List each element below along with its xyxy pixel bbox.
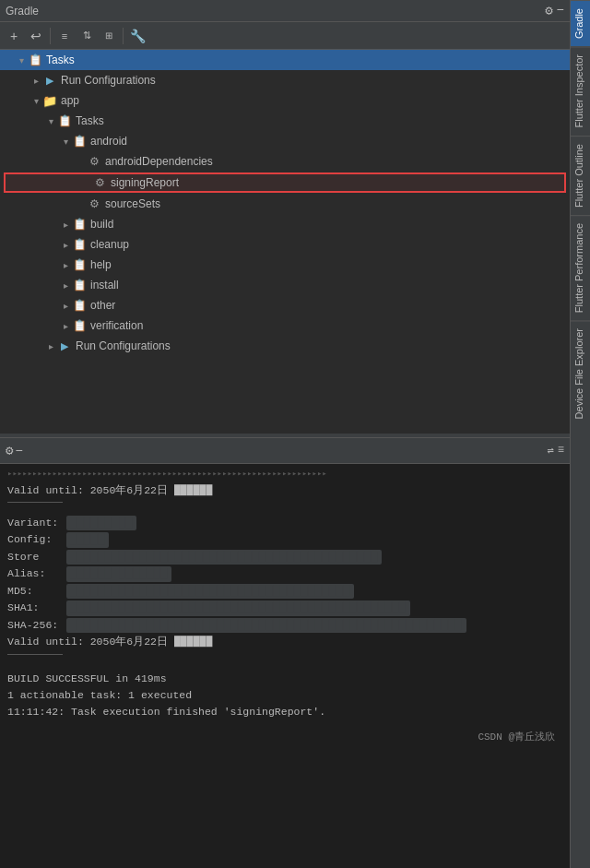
sha256-line: SHA-256: ███████████████████████████████… bbox=[7, 617, 562, 634]
valid-until-line-2: Valid until: 2050年6月22日 ██████ bbox=[7, 634, 562, 649]
terminal-titlebar: ⚙ − ⇌ ≡ bbox=[0, 438, 570, 464]
refresh-button[interactable]: ↩ bbox=[26, 26, 46, 46]
icon-android: 📋 bbox=[72, 134, 87, 149]
sidebar-tab-flutter-outline[interactable]: Flutter Outline bbox=[571, 136, 590, 215]
variant-line: Variant: ██████ ██ bbox=[7, 515, 562, 531]
arrow-other: ▸ bbox=[59, 301, 72, 311]
label-android-deps: androidDependencies bbox=[105, 155, 566, 168]
minimize-icon[interactable]: − bbox=[557, 3, 564, 18]
tree-node-source-sets[interactable]: ⚙ sourceSets bbox=[0, 194, 570, 214]
hr-separator-1 bbox=[7, 502, 63, 503]
icon-source-sets: ⚙ bbox=[87, 196, 101, 211]
terminal-filter-icon[interactable]: ⇌ bbox=[548, 444, 554, 458]
icon-help: 📋 bbox=[72, 257, 87, 272]
label-other: other bbox=[90, 299, 566, 312]
icon-tasks-root: 📋 bbox=[28, 53, 42, 67]
label-help: help bbox=[90, 258, 566, 271]
actionable-line: 1 actionable task: 1 executed bbox=[7, 687, 562, 703]
tree-node-android[interactable]: ▾ 📋 android bbox=[0, 131, 570, 151]
sidebar-tab-gradle[interactable]: Gradle bbox=[571, 0, 590, 46]
terminal-minimize-icon[interactable]: − bbox=[15, 444, 22, 458]
titlebar-icons: ⚙ − bbox=[545, 3, 564, 18]
separator-2 bbox=[123, 28, 124, 44]
arrow-tasks-root: ▾ bbox=[15, 55, 28, 65]
label-run-configs-1: Run Configurations bbox=[61, 74, 566, 87]
scroll-line: ▸▸▸▸▸▸▸▸▸▸▸▸▸▸▸▸▸▸▸▸▸▸▸▸▸▸▸▸▸▸▸▸▸▸▸▸▸▸▸▸… bbox=[7, 469, 562, 482]
icon-signing-report: ⚙ bbox=[92, 175, 107, 190]
tree-node-verification[interactable]: ▸ 📋 verification bbox=[0, 315, 570, 336]
store-label: Store bbox=[7, 549, 63, 565]
tree-node-android-dependencies[interactable]: ⚙ androidDependencies bbox=[0, 151, 570, 172]
arrow-build: ▸ bbox=[59, 220, 72, 230]
layout-button[interactable]: ⊞ bbox=[99, 26, 119, 46]
build-success-text: BUILD SUCCESSFUL in 419ms bbox=[7, 671, 167, 686]
arrow-run-configs-1: ▸ bbox=[30, 76, 42, 86]
separator-line-1 bbox=[7, 502, 562, 503]
label-source-sets: sourceSets bbox=[105, 197, 566, 210]
terminal-output: ▸▸▸▸▸▸▸▸▸▸▸▸▸▸▸▸▸▸▸▸▸▸▸▸▸▸▸▸▸▸▸▸▸▸▸▸▸▸▸▸… bbox=[0, 464, 570, 868]
tree-node-tasks-root[interactable]: ▾ 📋 Tasks bbox=[0, 50, 570, 70]
arrow-run-configs-2: ▸ bbox=[44, 341, 57, 351]
sidebar-tab-flutter-inspector[interactable]: Flutter Inspector bbox=[571, 46, 590, 135]
terminal-side-buttons: ⇌ ≡ bbox=[548, 444, 564, 458]
icon-run-configs-1: ▶ bbox=[42, 73, 57, 88]
label-run-configs-2: Run Configurations bbox=[76, 339, 566, 352]
icon-build: 📋 bbox=[72, 217, 87, 232]
tree-node-app[interactable]: ▾ 📁 app bbox=[0, 90, 570, 111]
valid-until-text-1: Valid until: 2050年6月22日 ██████ bbox=[7, 482, 212, 498]
label-signing-report: signingReport bbox=[111, 176, 560, 189]
config-value: █████ bbox=[66, 532, 109, 548]
label-cleanup: cleanup bbox=[90, 238, 566, 251]
terminal-settings-icon[interactable]: ⚙ bbox=[6, 443, 13, 458]
gradle-titlebar: Gradle ⚙ − bbox=[0, 0, 570, 22]
sidebar-tab-flutter-performance[interactable]: Flutter Performance bbox=[571, 215, 590, 320]
sort-button[interactable]: ⇅ bbox=[77, 26, 97, 46]
label-tasks-root: Tasks bbox=[46, 54, 566, 66]
tree-node-signing-report[interactable]: ⚙ signingReport bbox=[4, 172, 566, 193]
md5-label: MD5: bbox=[7, 583, 63, 599]
tree-node-build[interactable]: ▸ 📋 build bbox=[0, 214, 570, 234]
variant-label: Variant: bbox=[7, 515, 63, 530]
arrow-cleanup: ▸ bbox=[59, 240, 72, 250]
gradle-toolbar: + ↩ ≡ ⇅ ⊞ 🔧 bbox=[0, 22, 570, 50]
label-app-tasks: Tasks bbox=[76, 114, 566, 127]
terminal-panel: ⚙ − ⇌ ≡ ▸▸▸▸▸▸▸▸▸▸▸▸▸▸▸▸▸▸▸▸▸▸▸▸▸▸▸▸▸▸▸▸… bbox=[0, 437, 570, 868]
gradle-title: Gradle bbox=[6, 5, 39, 18]
arrow-app-tasks: ▾ bbox=[44, 116, 57, 126]
arrow-install: ▸ bbox=[59, 280, 72, 291]
md5-line: MD5: ███████████████████████████████████… bbox=[7, 583, 562, 600]
tree-node-app-tasks[interactable]: ▾ 📋 Tasks bbox=[0, 111, 570, 131]
gradle-panel: Gradle ⚙ − + ↩ ≡ ⇅ ⊞ 🔧 ▾ 📋 Tasks bbox=[0, 0, 570, 434]
tree-node-run-configs-2[interactable]: ▸ ▶ Run Configurations bbox=[0, 336, 570, 356]
blank-line-1 bbox=[7, 506, 562, 514]
watermark-text: CSDN @青丘浅欣 bbox=[478, 731, 555, 743]
group-button[interactable]: ≡ bbox=[54, 26, 75, 46]
tree-node-run-configs-1[interactable]: ▸ ▶ Run Configurations bbox=[0, 70, 570, 90]
sha256-value: ████████████████████████████████████████… bbox=[66, 618, 466, 634]
tree-node-help[interactable]: ▸ 📋 help bbox=[0, 255, 570, 275]
add-button[interactable]: + bbox=[4, 26, 24, 46]
sha1-label: SHA1: bbox=[7, 600, 63, 615]
gradle-tree[interactable]: ▾ 📋 Tasks ▸ ▶ Run Configurations ▾ 📁 app bbox=[0, 50, 570, 434]
wrench-button[interactable]: 🔧 bbox=[127, 26, 148, 46]
icon-run-configs-2: ▶ bbox=[57, 339, 72, 353]
tree-node-other[interactable]: ▸ 📋 other bbox=[0, 295, 570, 315]
watermark-container: CSDN @青丘浅欣 bbox=[7, 729, 562, 745]
icon-other: 📋 bbox=[72, 298, 87, 313]
sidebar-tab-device-file-explorer[interactable]: Device File Explorer bbox=[571, 320, 590, 426]
tree-node-cleanup[interactable]: ▸ 📋 cleanup bbox=[0, 234, 570, 255]
store-value: ████████████████████████████████████████… bbox=[66, 550, 382, 565]
tree-node-install[interactable]: ▸ 📋 install bbox=[0, 275, 570, 295]
terminal-lines-icon[interactable]: ≡ bbox=[558, 444, 564, 458]
sha1-value: ████████████████████████████████████████… bbox=[66, 600, 410, 616]
alias-line: Alias: ██████ ███████ bbox=[7, 565, 562, 582]
icon-install: 📋 bbox=[72, 278, 87, 292]
separator-1 bbox=[50, 28, 51, 44]
alias-label: Alias: bbox=[7, 565, 63, 581]
build-success-line: BUILD SUCCESSFUL in 419ms bbox=[7, 671, 562, 686]
icon-cleanup: 📋 bbox=[72, 237, 87, 252]
sha1-line: SHA1: ██████████████████████████████████… bbox=[7, 600, 562, 616]
arrow-android: ▾ bbox=[59, 137, 72, 147]
settings-icon[interactable]: ⚙ bbox=[545, 3, 552, 18]
config-line: Config: █████ bbox=[7, 531, 562, 548]
